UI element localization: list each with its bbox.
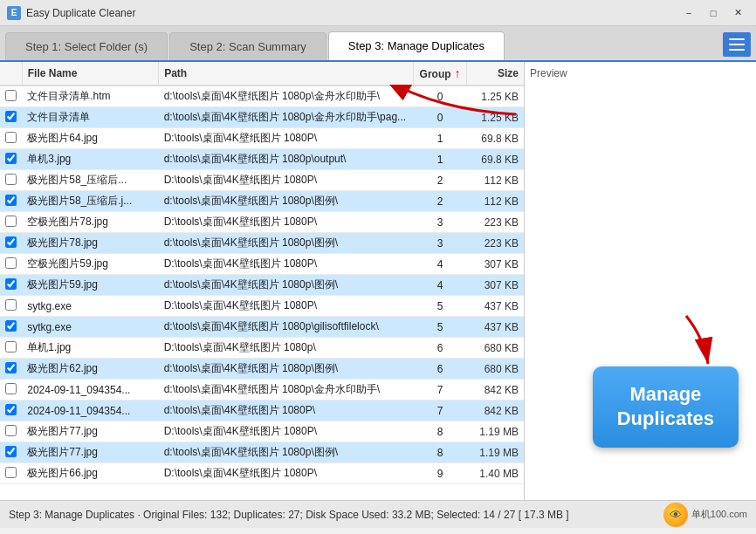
preview-panel: Preview <box>525 62 756 500</box>
row-checkbox[interactable] <box>5 132 17 143</box>
row-filename: 文件目录清单.htm <box>22 86 158 107</box>
col-header-group[interactable]: Group↑ <box>414 62 467 86</box>
row-checkbox[interactable] <box>5 362 17 373</box>
table-row: 极光图片77.jpg d:\tools\桌面\4K壁纸图片 1080p\图例\ … <box>0 442 524 463</box>
row-size: 680 KB <box>466 338 524 359</box>
row-filename: sytkg.exe <box>22 317 158 338</box>
col-header-size[interactable]: Size <box>466 62 524 86</box>
table-row: 2024-09-11_094354... d:\tools\桌面\4K壁纸图片 … <box>0 400 524 421</box>
row-filename: 空极光图片78.jpg <box>22 212 158 233</box>
row-checkbox-cell[interactable] <box>0 296 22 317</box>
row-group: 6 <box>414 338 467 359</box>
row-checkbox[interactable] <box>5 425 17 436</box>
row-group: 1 <box>414 128 467 149</box>
col-header-name[interactable]: File Name <box>22 62 158 86</box>
row-group: 4 <box>414 254 467 275</box>
row-checkbox-cell[interactable] <box>0 359 22 380</box>
table-container[interactable]: File Name Path Group↑ Size 文件目录清单.htm d:… <box>0 62 524 500</box>
row-checkbox-cell[interactable] <box>0 191 22 212</box>
row-checkbox[interactable] <box>5 383 17 394</box>
row-size: 69.8 KB <box>466 128 524 149</box>
table-row: 空极光图片78.jpg D:\tools\桌面\4K壁纸图片 1080P\ 3 … <box>0 212 524 233</box>
row-checkbox[interactable] <box>5 195 17 206</box>
row-checkbox-cell[interactable] <box>0 86 22 107</box>
status-logo: 👁 单机100.com <box>663 503 747 527</box>
row-checkbox[interactable] <box>5 404 17 415</box>
table-row: 极光图片64.jpg D:\tools\桌面\4K壁纸图片 1080P\ 1 6… <box>0 128 524 149</box>
row-checkbox-cell[interactable] <box>0 233 22 254</box>
row-group: 7 <box>414 380 467 400</box>
row-checkbox[interactable] <box>5 257 17 269</box>
col-header-check <box>0 62 22 86</box>
tab-step1[interactable]: Step 1: Select Folder (s) <box>5 32 168 60</box>
row-checkbox-cell[interactable] <box>0 463 22 484</box>
tab-bar: Step 1: Select Folder (s) Step 2: Scan S… <box>0 26 756 60</box>
row-size: 69.8 KB <box>466 149 524 170</box>
manage-btn-line2: Duplicates <box>617 407 714 429</box>
tab-step3[interactable]: Step 3: Manage Duplicates <box>328 31 505 60</box>
row-checkbox-cell[interactable] <box>0 400 22 421</box>
row-checkbox[interactable] <box>5 278 17 290</box>
maximize-button[interactable]: □ <box>702 4 725 22</box>
row-group: 0 <box>414 86 467 107</box>
table-row: 单机1.jpg D:\tools\桌面\4K壁纸图片 1080p\ 6 680 … <box>0 338 524 359</box>
tab-step2[interactable]: Step 2: Scan Summary <box>169 32 326 60</box>
menu-button[interactable] <box>723 32 751 57</box>
manage-duplicates-button[interactable]: Manage Duplicates <box>593 366 739 448</box>
row-checkbox-cell[interactable] <box>0 149 22 170</box>
row-checkbox[interactable] <box>5 446 17 457</box>
row-checkbox[interactable] <box>5 467 17 478</box>
row-checkbox[interactable] <box>5 236 17 248</box>
row-path: D:\tools\桌面\4K壁纸图片 1080P\ <box>159 296 414 317</box>
row-path: d:\tools\桌面\4K壁纸图片 1080p\图例\ <box>159 275 414 296</box>
table-row: 极光图片58_压缩后... D:\tools\桌面\4K壁纸图片 1080P\ … <box>0 170 524 191</box>
row-checkbox-cell[interactable] <box>0 128 22 149</box>
row-size: 437 KB <box>466 317 524 338</box>
row-checkbox-cell[interactable] <box>0 380 22 400</box>
row-checkbox-cell[interactable] <box>0 212 22 233</box>
row-path: d:\tools\桌面\4K壁纸图片 1080P\ <box>159 400 414 421</box>
row-size: 437 KB <box>466 296 524 317</box>
file-panel: File Name Path Group↑ Size 文件目录清单.htm d:… <box>0 62 525 500</box>
row-checkbox[interactable] <box>5 90 17 101</box>
menu-line-3 <box>729 49 745 51</box>
row-group: 4 <box>414 275 467 296</box>
row-path: D:\tools\桌面\4K壁纸图片 1080P\ <box>159 212 414 233</box>
row-size: 112 KB <box>466 191 524 212</box>
status-bar: Step 3: Manage Duplicates · Original Fil… <box>0 500 756 528</box>
close-button[interactable]: ✕ <box>726 4 749 22</box>
title-bar: E Easy Duplicate Cleaner − □ ✕ <box>0 0 756 26</box>
table-row: 极光图片78.jpg d:\tools\桌面\4K壁纸图片 1080p\图例\ … <box>0 233 524 254</box>
row-group: 5 <box>414 317 467 338</box>
row-checkbox-cell[interactable] <box>0 254 22 275</box>
row-checkbox-cell[interactable] <box>0 442 22 463</box>
row-checkbox[interactable] <box>5 111 17 122</box>
row-path: D:\tools\桌面\4K壁纸图片 1080p\ <box>159 338 414 359</box>
row-checkbox[interactable] <box>5 341 17 353</box>
row-checkbox[interactable] <box>5 299 17 311</box>
row-checkbox-cell[interactable] <box>0 275 22 296</box>
row-checkbox[interactable] <box>5 153 17 164</box>
row-checkbox[interactable] <box>5 216 17 227</box>
row-path: d:\tools\桌面\4K壁纸图片 1080p\gilisoftfileloc… <box>159 317 414 338</box>
row-filename: sytkg.exe <box>22 296 158 317</box>
menu-line-1 <box>729 38 745 40</box>
table-body: 文件目录清单.htm d:\tools\桌面\4K壁纸图片 1080p\金舟水印… <box>0 86 524 484</box>
row-checkbox-cell[interactable] <box>0 170 22 191</box>
minimize-button[interactable]: − <box>677 4 700 22</box>
row-group: 2 <box>414 170 467 191</box>
row-size: 842 KB <box>466 380 524 400</box>
row-size: 1.25 KB <box>466 107 524 128</box>
row-group: 7 <box>414 400 467 421</box>
row-checkbox[interactable] <box>5 174 17 185</box>
row-group: 8 <box>414 421 467 442</box>
row-filename: 文件目录清单 <box>22 107 158 128</box>
row-checkbox-cell[interactable] <box>0 421 22 442</box>
file-table: File Name Path Group↑ Size 文件目录清单.htm d:… <box>0 62 524 484</box>
row-checkbox-cell[interactable] <box>0 107 22 128</box>
row-filename: 极光图片77.jpg <box>22 442 158 463</box>
row-checkbox-cell[interactable] <box>0 338 22 359</box>
col-header-path[interactable]: Path <box>159 62 414 86</box>
row-checkbox[interactable] <box>5 320 17 332</box>
row-checkbox-cell[interactable] <box>0 317 22 338</box>
